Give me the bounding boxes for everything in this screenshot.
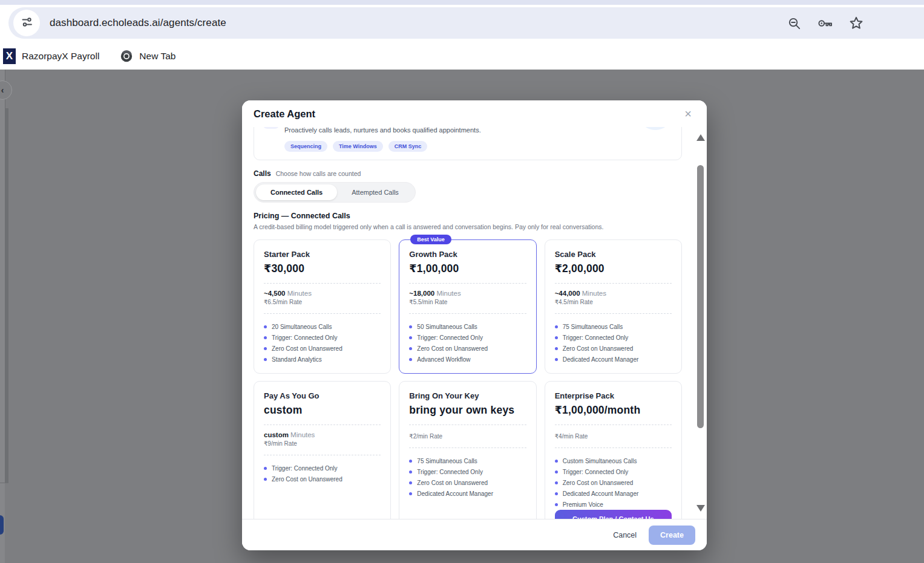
zoom-out-icon[interactable] xyxy=(787,16,801,30)
key-icon[interactable] xyxy=(817,16,833,30)
scrollbar-thumb[interactable] xyxy=(697,165,704,428)
star-icon[interactable] xyxy=(849,16,863,30)
browser-toolbar: dashboard.echoleads.ai/agents/create xyxy=(0,5,924,42)
plan-feature: 20 Simultaneous Calls xyxy=(264,321,381,332)
pricing-description: A credit-based billing model triggered o… xyxy=(254,223,682,230)
plan-name: Enterprise Pack xyxy=(555,391,672,400)
create-agent-modal: Create Agent × Outgoing Proactively call… xyxy=(242,100,707,550)
bullet-dot-icon xyxy=(409,336,412,339)
bullet-dot-icon xyxy=(409,492,412,495)
agent-type-tags: SequencingTime WindowsCRM Sync xyxy=(284,141,673,152)
plan-card[interactable]: Best ValueGrowth Pack₹1,00,000~18,000 Mi… xyxy=(399,239,536,374)
bullet-dot-icon xyxy=(555,492,558,495)
plan-minutes: ~18,000 Minutes xyxy=(409,290,526,297)
bullet-dot-icon xyxy=(409,470,412,474)
bookmark-label: RazorpayX Payroll xyxy=(22,51,99,62)
bullet-dot-icon xyxy=(264,336,267,339)
dashed-divider xyxy=(409,447,526,448)
plan-rate: ₹5.5/min Rate xyxy=(409,299,526,305)
razorpayx-favicon-icon: X xyxy=(3,48,16,64)
agent-tag-chip: CRM Sync xyxy=(388,141,428,152)
plan-feature: Standard Analytics xyxy=(264,354,381,365)
bullet-dot-icon xyxy=(555,481,558,484)
plan-rate: ₹9/min Rate xyxy=(264,440,381,447)
plan-feature: Trigger: Connected Only xyxy=(264,332,381,343)
bullet-dot-icon xyxy=(264,467,267,470)
plan-feature: Zero Cost on Unanswered xyxy=(555,343,672,354)
calls-mode-tab[interactable]: Attempted Calls xyxy=(337,184,413,200)
plan-feature: Zero Cost on Unanswered xyxy=(409,343,526,354)
plan-card[interactable]: Enterprise Pack₹1,00,000/month₹4/min Rat… xyxy=(545,381,682,519)
calls-mode-tab[interactable]: Connected Calls xyxy=(256,184,337,200)
dashed-divider xyxy=(409,313,526,314)
plan-card[interactable]: Scale Pack₹2,00,000~44,000 Minutes₹4.5/m… xyxy=(545,239,682,374)
dimmed-divider xyxy=(0,483,5,483)
browser-tab-strip xyxy=(0,0,924,5)
dashed-divider xyxy=(264,313,381,314)
plan-feature: Trigger: Connected Only xyxy=(409,466,526,477)
plan-feature-list: 75 Simultaneous CallsTrigger: Connected … xyxy=(555,321,672,365)
dashed-divider xyxy=(409,425,526,425)
agent-tag-chip: Time Windows xyxy=(333,141,383,152)
plan-minutes: ~44,000 Minutes xyxy=(555,290,672,297)
close-icon[interactable]: × xyxy=(681,106,695,121)
sidebar-collapse-button: ‹ xyxy=(0,80,12,100)
bookmark-razorpayx[interactable]: X RazorpayX Payroll xyxy=(0,46,104,67)
create-button[interactable]: Create xyxy=(649,526,695,545)
plan-feature: Zero Cost on Unanswered xyxy=(555,477,672,488)
custom-plan-contact-button[interactable]: Custom Plan / Contact Us xyxy=(555,510,672,519)
plan-price: bring your own keys xyxy=(409,404,526,417)
plan-minutes: ~4,500 Minutes xyxy=(264,290,381,297)
bullet-dot-icon xyxy=(264,347,267,350)
plan-feature: Dedicated Account Manager xyxy=(555,354,672,365)
plan-price: ₹2,00,000 xyxy=(555,262,672,275)
pricing-heading: Pricing — Connected Calls xyxy=(254,212,682,220)
plan-feature: Advanced Workflow xyxy=(409,354,526,365)
dashed-divider xyxy=(555,447,672,448)
plan-card[interactable]: Starter Pack₹30,000~4,500 Minutes₹6.5/mi… xyxy=(254,239,391,374)
site-settings-icon xyxy=(21,16,33,31)
plan-feature-list: 75 Simultaneous CallsTrigger: Connected … xyxy=(409,455,526,499)
cancel-button[interactable]: Cancel xyxy=(613,531,637,539)
plan-card[interactable]: Pay As You Gocustomcustom Minutes₹9/min … xyxy=(254,381,391,519)
plan-feature: Trigger: Connected Only xyxy=(555,466,672,477)
modal-header: Create Agent × xyxy=(242,100,707,127)
dashed-divider xyxy=(264,283,381,284)
agent-type-description: Proactively calls leads, nurtures and bo… xyxy=(284,127,481,134)
scroll-down-arrow-icon[interactable] xyxy=(696,505,705,512)
dashed-divider xyxy=(264,425,381,425)
bullet-dot-icon xyxy=(555,470,558,474)
plan-feature-list: Custom Simultaneous CallsTrigger: Connec… xyxy=(555,455,672,510)
plan-feature: Zero Cost on Unanswered xyxy=(264,474,381,484)
dimmed-sidebar-button-fragment xyxy=(0,515,4,535)
plan-minutes: custom Minutes xyxy=(264,431,381,438)
plan-feature: Zero Cost on Unanswered xyxy=(264,343,381,354)
bullet-dot-icon xyxy=(409,325,412,328)
plan-feature: 75 Simultaneous Calls xyxy=(555,321,672,332)
bullet-dot-icon xyxy=(555,358,558,361)
bullet-dot-icon xyxy=(555,336,558,339)
plan-feature: 75 Simultaneous Calls xyxy=(409,455,526,466)
plan-feature: Premium Voice xyxy=(555,499,672,510)
modal-footer: Cancel Create xyxy=(242,519,707,550)
scroll-up-arrow-icon[interactable] xyxy=(696,134,705,141)
bullet-dot-icon xyxy=(409,481,412,484)
bookmark-new-tab[interactable]: New Tab xyxy=(115,47,180,65)
plan-name: Growth Pack xyxy=(409,250,526,259)
bullet-dot-icon xyxy=(555,460,558,463)
pricing-plans-grid: Starter Pack₹30,000~4,500 Minutes₹6.5/mi… xyxy=(254,239,682,519)
plan-feature: Trigger: Connected Only xyxy=(409,332,526,343)
plan-price: custom xyxy=(264,404,381,417)
bullet-dot-icon xyxy=(555,503,558,506)
plan-card[interactable]: Bring On Your Keybring your own keys₹2/m… xyxy=(399,381,536,519)
address-bar[interactable]: dashboard.echoleads.ai/agents/create xyxy=(8,7,924,39)
site-settings-button[interactable] xyxy=(13,10,40,36)
bookmark-label: New Tab xyxy=(139,51,175,62)
bookmarks-bar: X RazorpayX Payroll New Tab xyxy=(0,42,924,70)
agent-type-card-outgoing[interactable]: Outgoing Proactively calls leads, nurtur… xyxy=(254,127,682,160)
url-text[interactable]: dashboard.echoleads.ai/agents/create xyxy=(50,17,226,29)
modal-body: Outgoing Proactively calls leads, nurtur… xyxy=(242,127,707,519)
dimmed-sidebar-edge xyxy=(0,70,5,563)
plan-feature-list: Trigger: Connected OnlyZero Cost on Unan… xyxy=(264,463,381,484)
agent-tag-chip: Sequencing xyxy=(284,141,327,152)
